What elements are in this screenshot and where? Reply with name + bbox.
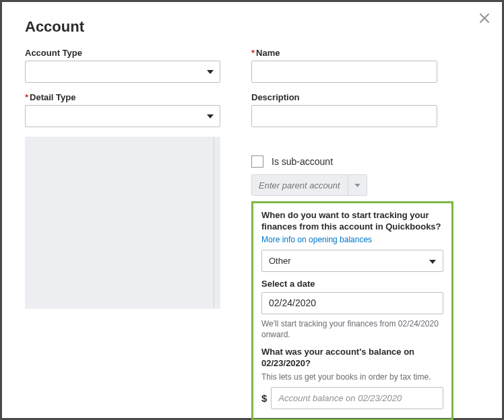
parent-account-combobox[interactable] — [251, 174, 367, 196]
detail-type-label: Detail Type — [25, 92, 220, 102]
date-input[interactable] — [261, 292, 443, 314]
account-modal: Account Account Type Name Detail Type De… — [2, 2, 502, 418]
currency-symbol: $ — [261, 392, 267, 404]
detail-type-select[interactable] — [25, 105, 220, 127]
account-type-select[interactable] — [25, 61, 220, 83]
parent-account-dropdown-button[interactable] — [348, 175, 367, 195]
description-input[interactable] — [251, 105, 437, 127]
tracking-question: When do you want to start tracking your … — [261, 210, 443, 233]
close-icon — [478, 12, 491, 24]
more-info-link[interactable]: More info on opening balances — [261, 235, 372, 244]
select-date-label: Select a date — [261, 279, 443, 289]
parent-account-input[interactable] — [252, 175, 348, 195]
tax-note: This lets us get your books in order by … — [261, 372, 443, 382]
description-label: Description — [251, 92, 437, 102]
sub-account-checkbox[interactable] — [251, 155, 263, 168]
chevron-down-icon — [429, 256, 436, 266]
sub-account-label: Is sub-account — [272, 156, 333, 167]
close-button[interactable] — [476, 10, 493, 26]
balance-input[interactable] — [271, 387, 443, 409]
page-title: Account — [25, 18, 479, 36]
detail-preview-panel — [25, 137, 220, 309]
account-type-label: Account Type — [25, 48, 220, 58]
name-input[interactable] — [251, 61, 437, 83]
tracking-start-select[interactable]: Other — [261, 250, 443, 272]
name-label: Name — [251, 48, 437, 58]
tracking-start-value: Other — [269, 256, 291, 266]
chevron-down-icon — [354, 184, 360, 187]
opening-balance-section: When do you want to start tracking your … — [251, 201, 453, 420]
tracking-note: We'll start tracking your finances from … — [261, 318, 443, 340]
balance-question: What was your account's balance on 02/23… — [261, 347, 443, 370]
